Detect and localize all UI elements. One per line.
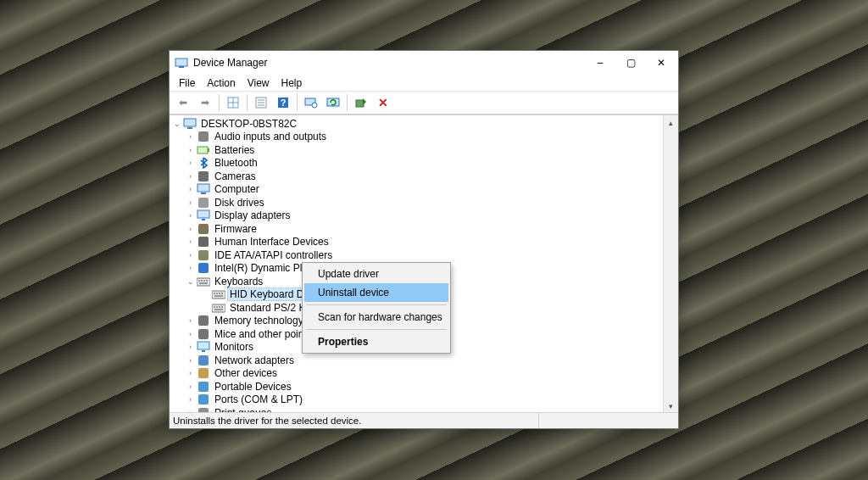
svg-rect-39 [219, 293, 220, 294]
tree-category[interactable]: › Human Interface Devices [170, 236, 664, 249]
tree-item-label: Computer [213, 183, 261, 195]
tree-item-label: Monitors [213, 341, 255, 353]
svg-rect-28 [198, 250, 209, 260]
scroll-down-button[interactable]: ▾ [664, 399, 678, 413]
tree-item-label: Human Interface Devices [213, 236, 331, 248]
context-menu-item[interactable]: Uninstall device [304, 283, 448, 302]
tree-root[interactable]: ⌄ DESKTOP-0BST82C [170, 117, 664, 131]
display-icon [197, 209, 210, 221]
svg-rect-47 [214, 309, 223, 310]
tree-category[interactable]: › Batteries [170, 143, 664, 157]
svg-rect-52 [198, 355, 209, 366]
svg-rect-26 [198, 224, 209, 234]
svg-point-12 [312, 103, 317, 108]
status-text: Uninstalls the driver for the selected d… [173, 416, 361, 426]
help-button[interactable]: ? [273, 92, 293, 113]
menu-file[interactable]: File [173, 76, 201, 90]
svg-rect-19 [208, 148, 209, 152]
menu-help[interactable]: Help [275, 76, 309, 90]
menu-action[interactable]: Action [201, 76, 241, 90]
svg-rect-25 [202, 219, 205, 220]
tree-item-label: Cameras [213, 170, 258, 182]
svg-rect-33 [203, 280, 205, 282]
toolbar-separator [247, 94, 248, 111]
help-icon: ? [276, 96, 290, 109]
maximize-button[interactable]: ▢ [615, 51, 646, 75]
uninstall-button[interactable] [323, 92, 343, 113]
context-menu-item[interactable]: Scan for hardware changes [304, 308, 448, 327]
titlebar[interactable]: Device Manager – ▢ ✕ [170, 51, 678, 75]
camera-icon [197, 170, 210, 182]
scroll-up-button[interactable]: ▴ [664, 115, 678, 130]
tree-category[interactable]: › IDE ATA/ATAPI controllers [170, 248, 664, 262]
svg-rect-34 [206, 280, 208, 282]
status-bar: Uninstalls the driver for the selected d… [170, 412, 678, 428]
svg-rect-27 [198, 237, 209, 247]
menubar: File Action View Help [170, 75, 678, 92]
context-menu: Update driverUninstall deviceScan for ha… [302, 262, 451, 354]
keyboard-icon [212, 288, 225, 300]
tree-category[interactable]: › Firmware [170, 222, 664, 236]
tree-item-label: Batteries [213, 144, 256, 156]
firmware-icon [197, 223, 210, 235]
svg-rect-55 [198, 394, 209, 405]
computer-icon [197, 183, 210, 195]
disable-button[interactable]: ✕ [373, 92, 393, 113]
svg-rect-0 [175, 59, 187, 66]
tree-item-label: Display adapters [213, 209, 292, 221]
svg-rect-1 [179, 66, 184, 68]
svg-rect-54 [198, 382, 209, 392]
tree-category[interactable]: › Bluetooth [170, 157, 664, 170]
svg-rect-20 [198, 171, 209, 181]
tree-category[interactable]: › Audio inputs and outputs [170, 131, 664, 144]
svg-rect-32 [201, 280, 203, 282]
tree-item-label: Keyboards [213, 276, 264, 287]
tree-category[interactable]: › Cameras [170, 170, 664, 183]
svg-rect-18 [198, 147, 208, 153]
tree-item-label: Portable Devices [213, 381, 293, 393]
context-menu-item[interactable]: Properties [304, 332, 448, 351]
context-menu-separator [306, 329, 447, 330]
arrow-left-icon: ⬅ [179, 97, 187, 109]
tree-category[interactable]: › Disk drives [170, 196, 664, 209]
toolbar-separator [347, 94, 348, 111]
mouse-icon [197, 328, 210, 340]
forward-button[interactable]: ➡ [195, 92, 215, 113]
tree-category[interactable]: › Ports (COM & LPT) [170, 393, 664, 407]
arrow-right-icon: ➡ [201, 97, 209, 109]
svg-rect-22 [201, 193, 206, 194]
svg-rect-40 [221, 293, 223, 294]
monitor-refresh-icon [326, 96, 340, 109]
show-hidden-button[interactable] [223, 92, 243, 113]
toolbar-separator [297, 94, 298, 111]
ports-icon [197, 393, 210, 405]
tree-category[interactable]: › Computer [170, 183, 664, 197]
keyboard-icon [212, 302, 225, 314]
tree-category[interactable]: › Network adapters [170, 354, 664, 367]
enable-button[interactable] [351, 92, 371, 113]
minimize-button[interactable]: – [585, 51, 615, 75]
menu-view[interactable]: View [242, 76, 275, 90]
vertical-scrollbar[interactable]: ▴ ▾ [663, 115, 678, 413]
update-driver-button[interactable] [301, 92, 321, 113]
context-menu-item[interactable]: Update driver [304, 265, 448, 283]
close-button[interactable]: ✕ [646, 51, 676, 75]
back-button[interactable]: ⬅ [173, 92, 193, 113]
toolbar: ⬅ ➡ ? ✕ [170, 92, 678, 114]
tree-category[interactable]: › Portable Devices [170, 380, 664, 393]
tree-item-label: DESKTOP-0BST82C [199, 118, 298, 130]
battery-icon [197, 144, 210, 156]
svg-rect-53 [198, 368, 209, 378]
hid-icon [197, 236, 210, 248]
disk-icon [197, 197, 210, 209]
memory-icon [197, 315, 210, 327]
intel-icon [197, 262, 210, 274]
tree-category[interactable]: › Other devices [170, 367, 664, 381]
status-cell [538, 413, 675, 428]
context-menu-separator [306, 304, 447, 305]
tree-category[interactable]: › Display adapters [170, 209, 664, 223]
svg-rect-44 [216, 306, 218, 308]
tree-item-label: Firmware [213, 223, 259, 235]
svg-rect-45 [219, 306, 220, 308]
properties-button[interactable] [251, 92, 271, 113]
